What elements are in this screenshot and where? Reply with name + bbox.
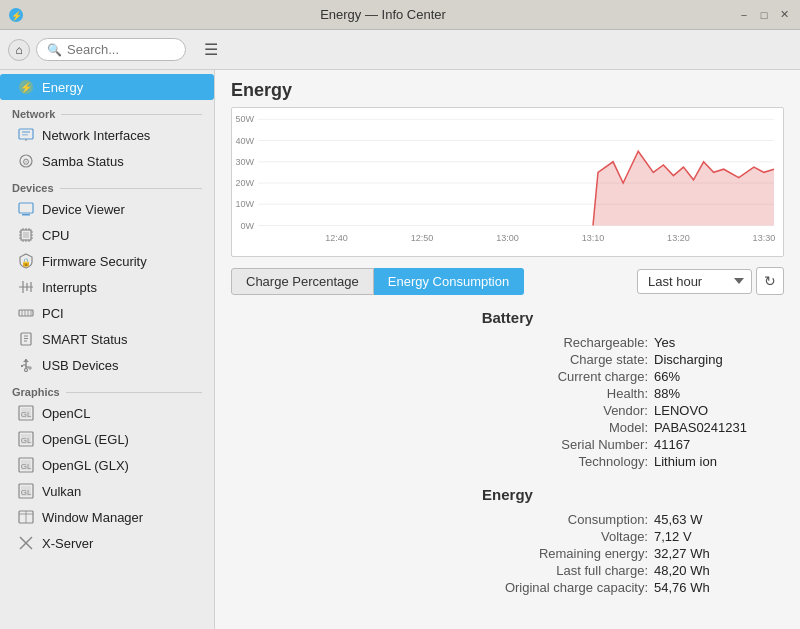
sidebar-item-label-cpu: CPU [42, 228, 69, 243]
time-dropdown[interactable]: Last hourLast 6 hoursLast 12 hoursLast 2… [637, 269, 752, 294]
svg-rect-6 [22, 134, 28, 136]
titlebar: ⚡ Energy — Info Center − □ ✕ [0, 0, 800, 30]
sidebar-item-opencl[interactable]: GLOpenCL [0, 400, 214, 426]
table-row: Original charge capacity:54,76 Wh [231, 579, 784, 596]
energy-icon: ⚡ [18, 79, 34, 95]
window-controls: − □ ✕ [736, 7, 792, 23]
table-row: Serial Number:41167 [231, 436, 784, 453]
energy-consumption-button[interactable]: Energy Consumption [374, 268, 524, 295]
svg-rect-10 [19, 203, 33, 213]
refresh-button[interactable]: ↻ [756, 267, 784, 295]
row-label: Voltage: [468, 529, 648, 544]
sidebar-item-vulkan[interactable]: GLVulkan [0, 478, 214, 504]
battery-rows: Rechargeable:YesCharge state:Discharging… [231, 334, 784, 470]
search-icon: 🔍 [47, 43, 62, 57]
sidebar-item-label-usb-devices: USB Devices [42, 358, 119, 373]
row-label: Vendor: [468, 403, 648, 418]
energy-rows: Consumption:45,63 WVoltage:7,12 VRemaini… [231, 511, 784, 596]
samba-status-icon: ⚙ [18, 153, 34, 169]
row-value: 41167 [654, 437, 784, 452]
sidebar-item-label-samba-status: Samba Status [42, 154, 124, 169]
svg-marker-82 [593, 151, 774, 225]
sidebar-item-cpu[interactable]: CPU [0, 222, 214, 248]
home-icon: ⌂ [15, 43, 22, 57]
row-label: Consumption: [468, 512, 648, 527]
row-label: Remaining energy: [468, 546, 648, 561]
sidebar-item-usb-devices[interactable]: USB Devices [0, 352, 214, 378]
svg-text:13:20: 13:20 [667, 233, 690, 243]
svg-rect-11 [22, 214, 30, 216]
sidebar-item-firmware-security[interactable]: 🔒Firmware Security [0, 248, 214, 274]
page-title: Energy [215, 70, 800, 107]
sidebar: ⚡EnergyNetworkNetwork Interfaces⚙Samba S… [0, 70, 215, 629]
sidebar-section-devices: Devices [0, 174, 214, 196]
sidebar-item-opengl-glx[interactable]: GLOpenGL (GLX) [0, 452, 214, 478]
row-value: 48,20 Wh [654, 563, 784, 578]
home-button[interactable]: ⌂ [8, 39, 30, 61]
table-row: Charge state:Discharging [231, 351, 784, 368]
svg-text:⚡: ⚡ [20, 81, 33, 94]
row-value: 7,12 V [654, 529, 784, 544]
row-value: 45,63 W [654, 512, 784, 527]
sidebar-section-graphics: Graphics [0, 378, 214, 400]
vulkan-icon: GL [18, 483, 34, 499]
row-label: Charge state: [468, 352, 648, 367]
row-label: Rechargeable: [468, 335, 648, 350]
sidebar-item-energy[interactable]: ⚡Energy [0, 74, 214, 100]
search-input[interactable] [67, 42, 177, 57]
table-row: Rechargeable:Yes [231, 334, 784, 351]
chart-svg: 50W 40W 30W 20W 10W 0W 12:40 12:50 [236, 114, 779, 252]
sidebar-item-pci[interactable]: PCI [0, 300, 214, 326]
sidebar-item-device-viewer[interactable]: Device Viewer [0, 196, 214, 222]
sidebar-item-label-opencl: OpenCL [42, 406, 90, 421]
sidebar-item-interrupts[interactable]: Interrupts [0, 274, 214, 300]
sidebar-item-x-server[interactable]: X-Server [0, 530, 214, 556]
svg-marker-41 [23, 359, 29, 362]
sidebar-item-label-interrupts: Interrupts [42, 280, 97, 295]
charge-percentage-button[interactable]: Charge Percentage [231, 268, 374, 295]
sidebar-item-label-opengl-glx: OpenGL (GLX) [42, 458, 129, 473]
x-server-icon [18, 535, 34, 551]
svg-text:GL: GL [21, 462, 32, 471]
row-value: Discharging [654, 352, 784, 367]
row-label: Model: [468, 420, 648, 435]
sidebar-item-samba-status[interactable]: ⚙Samba Status [0, 148, 214, 174]
svg-point-45 [29, 367, 31, 369]
table-row: Vendor:LENOVO [231, 402, 784, 419]
svg-text:20W: 20W [236, 178, 254, 188]
network-interfaces-icon [18, 127, 34, 143]
table-row: Model:PABAS0241231 [231, 419, 784, 436]
close-button[interactable]: ✕ [776, 7, 792, 23]
row-value: 54,76 Wh [654, 580, 784, 595]
sidebar-item-label-firmware-security: Firmware Security [42, 254, 147, 269]
svg-text:40W: 40W [236, 136, 254, 146]
row-value: PABAS0241231 [654, 420, 784, 435]
refresh-icon: ↻ [764, 273, 776, 289]
battery-section: Battery Rechargeable:YesCharge state:Dis… [215, 305, 800, 482]
table-row: Current charge:66% [231, 368, 784, 385]
buttons-row: Charge Percentage Energy Consumption Las… [215, 267, 800, 305]
maximize-button[interactable]: □ [756, 7, 772, 23]
search-box: 🔍 [36, 38, 186, 61]
sidebar-item-smart-status[interactable]: SMART Status [0, 326, 214, 352]
sidebar-item-opengl-egl[interactable]: GLOpenGL (EGL) [0, 426, 214, 452]
row-label: Original charge capacity: [468, 580, 648, 595]
row-label: Serial Number: [468, 437, 648, 452]
toolbar: ⌂ 🔍 ☰ [0, 30, 800, 70]
sidebar-item-network-interfaces[interactable]: Network Interfaces [0, 122, 214, 148]
hamburger-button[interactable]: ☰ [198, 36, 224, 63]
minimize-button[interactable]: − [736, 7, 752, 23]
sidebar-item-label-vulkan: Vulkan [42, 484, 81, 499]
table-row: Remaining energy:32,27 Wh [231, 545, 784, 562]
table-row: Voltage:7,12 V [231, 528, 784, 545]
energy-section: Energy Consumption:45,63 WVoltage:7,12 V… [215, 482, 800, 608]
svg-text:10W: 10W [236, 199, 254, 209]
sidebar-item-window-manager[interactable]: Window Manager [0, 504, 214, 530]
content-area: ⚡EnergyNetworkNetwork Interfaces⚙Samba S… [0, 70, 800, 629]
opencl-icon: GL [18, 405, 34, 421]
battery-section-title: Battery [231, 309, 784, 326]
device-viewer-icon [18, 201, 34, 217]
svg-text:12:50: 12:50 [411, 233, 434, 243]
svg-text:30W: 30W [236, 157, 254, 167]
row-label: Health: [468, 386, 648, 401]
